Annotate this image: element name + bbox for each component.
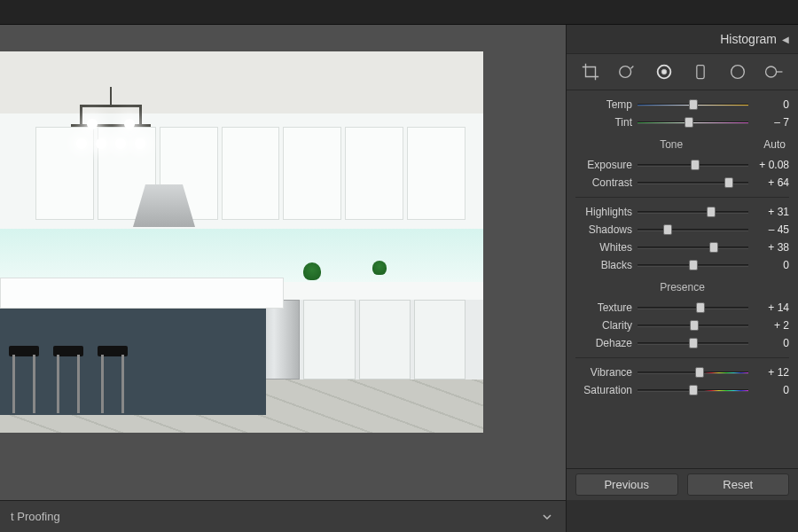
saturation-slider[interactable]: Saturation 0	[575, 381, 789, 399]
tint-value[interactable]: – 7	[754, 116, 789, 129]
exposure-slider[interactable]: Exposure + 0.08	[575, 156, 789, 174]
histogram-header[interactable]: Histogram ◀	[567, 25, 798, 53]
texture-slider[interactable]: Texture + 14	[575, 299, 789, 317]
svg-point-5	[766, 66, 777, 77]
tint-track[interactable]	[638, 117, 748, 128]
presence-heading: Presence	[660, 281, 705, 293]
canvas-inner	[0, 25, 566, 500]
auto-button[interactable]: Auto	[763, 138, 786, 151]
presence-heading-row: Presence	[575, 281, 789, 293]
canvas-area: t Proofing	[0, 25, 566, 532]
collapse-triangle-icon: ◀	[782, 35, 789, 44]
svg-point-4	[731, 66, 744, 79]
radial-filter-icon[interactable]	[760, 58, 788, 86]
svg-point-0	[620, 66, 631, 78]
previous-button[interactable]: Previous	[575, 473, 678, 496]
tone-heading-row: Tone Auto	[575, 138, 789, 151]
app-window: t Proofing Histogram ◀	[0, 0, 798, 532]
bottom-bar-dropdown-icon[interactable]	[539, 509, 555, 525]
photo-preview[interactable]	[0, 51, 483, 433]
tint-label: Tint	[575, 116, 632, 129]
dehaze-slider[interactable]: Dehaze 0	[575, 334, 789, 352]
tone-heading: Tone	[660, 138, 683, 151]
clarity-slider[interactable]: Clarity + 2	[575, 317, 789, 334]
soft-proofing-label: t Proofing	[11, 510, 60, 523]
redeye-tool-icon[interactable]	[650, 58, 678, 86]
contrast-slider[interactable]: Contrast + 64	[575, 174, 789, 192]
main-row: t Proofing Histogram ◀	[0, 25, 798, 532]
svg-rect-3	[697, 66, 704, 79]
canvas-bottom-bar: t Proofing	[0, 500, 566, 532]
crop-tool-icon[interactable]	[576, 58, 605, 86]
develop-panel: Histogram ◀	[566, 25, 798, 532]
reset-button[interactable]: Reset	[687, 473, 790, 496]
panel-footer: Previous Reset	[567, 468, 798, 500]
filmstrip-bar	[0, 0, 798, 25]
shadows-slider[interactable]: Shadows – 45	[575, 221, 789, 239]
graduated-filter-icon[interactable]	[724, 58, 752, 86]
highlights-slider[interactable]: Highlights + 31	[575, 203, 789, 221]
basic-panel: Temp 0 Tint – 7 Tone Auto Exposure	[567, 90, 798, 468]
temp-slider[interactable]: Temp 0	[575, 96, 789, 113]
blacks-slider[interactable]: Blacks 0	[575, 256, 789, 274]
below-footer-strip	[567, 500, 798, 532]
temp-label: Temp	[575, 98, 632, 111]
histogram-label: Histogram	[720, 32, 777, 46]
temp-track[interactable]	[638, 99, 748, 110]
svg-point-2	[661, 69, 667, 74]
whites-slider[interactable]: Whites + 38	[575, 239, 789, 256]
tool-strip	[567, 53, 798, 90]
vibrance-slider[interactable]: Vibrance + 12	[575, 364, 789, 381]
tint-slider[interactable]: Tint – 7	[575, 113, 789, 131]
masking-tool-icon[interactable]	[686, 58, 715, 86]
spot-removal-icon[interactable]	[613, 58, 641, 86]
temp-value[interactable]: 0	[754, 98, 789, 111]
